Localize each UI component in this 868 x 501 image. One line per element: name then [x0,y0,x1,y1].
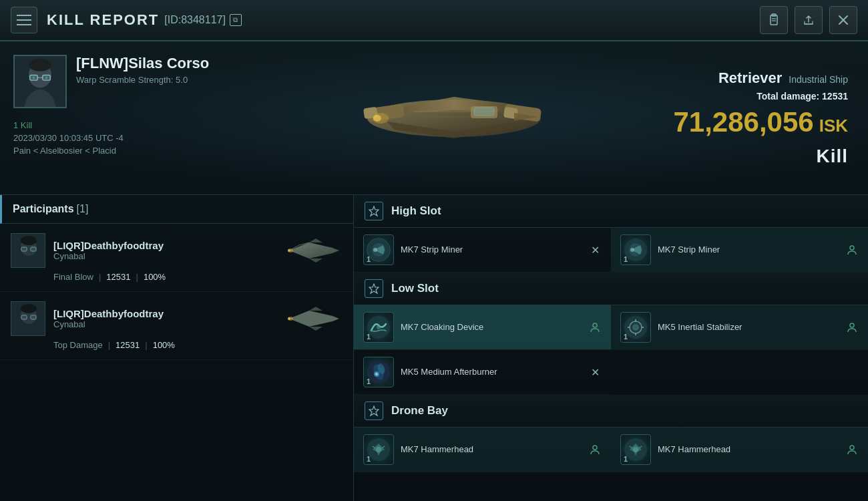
pilot-kills: 1 Kill [13,120,240,130]
svg-point-62 [375,373,378,375]
svg-rect-35 [21,315,27,319]
fitted-person-icon-cloak [588,321,602,334]
bottom-area: Participants [1] [LIQR]Deathbyfood [0,195,868,501]
svg-rect-28 [21,247,27,251]
module-icon: 1 [363,234,394,265]
low-slot-modules: 1 MK7 Cloaking Device [354,305,868,395]
clipboard-button[interactable] [760,6,788,34]
copy-id-button[interactable]: ⧉ [230,14,242,26]
fitted-person-icon [845,243,859,257]
fitted-icon-drone2 [845,443,859,456]
drone-bay-section: Drone Bay 1 [354,395,868,472]
participants-panel: Participants [1] [LIQR]Deathbyfood [0,195,354,501]
module-icon-2: 1 [620,234,651,265]
participant-pct-2: 100% [153,340,175,350]
module-item-stab: 1 MK5 Inertial Stabilizer [611,305,868,350]
fitted-person-icon-stab [845,321,859,334]
module-item-cloak: 1 MK7 Cloaking Device [354,305,611,350]
module-remove-icon-ab[interactable]: ✕ [588,365,602,379]
participants-header: Participants [1] [0,195,353,224]
module-name-2: MK7 Strip Miner [658,244,839,256]
pilot-section: [FLNW]Silas Corso Warp Scramble Strength… [0,41,254,194]
svg-point-20 [373,115,381,122]
module-qty-drone1: 1 [367,455,371,463]
ship-image [341,58,568,178]
participant-stats-2: Top Damage | 12531 | 100% [11,340,343,350]
svg-rect-0 [771,15,777,25]
svg-rect-24 [474,108,494,116]
ship-type: Industrial Ship [789,74,848,85]
participant-ship-1: Cynabal [53,251,274,261]
module-name-drone1: MK7 Hammerhead [401,444,582,456]
participant-pct-1: 100% [144,272,166,282]
participant-damage-2: 12531 [116,340,140,350]
module-icon-drone1: 1 [363,434,394,465]
svg-point-72 [850,446,854,450]
participant-avatar [11,233,45,268]
high-slot-label: High Slot [391,204,441,218]
ship-area [254,41,654,194]
participant-ship-image-1 [282,233,343,268]
module-name-ab: MK5 Medium Afterburner [401,367,582,378]
svg-point-13 [45,76,48,79]
svg-point-38 [288,317,290,320]
module-item-drone1: 1 MK7 Hammerhead [354,428,611,472]
svg-point-64 [376,447,381,452]
total-damage-label: Total damage: [756,91,819,102]
svg-point-8 [29,59,51,71]
module-name-stab: MK5 Inertial Stabilizer [658,322,839,333]
participant-name-2: [LIQR]Deathbyfoodtray [53,308,274,319]
stats-section: Retriever Industrial Ship Total damage: … [654,41,868,194]
participant-ship-2: Cynabal [53,319,274,329]
svg-rect-29 [31,247,36,251]
header: KILL REPORT [ID:8348117] ⧉ [0,0,868,41]
ship-name: Retriever [718,69,782,87]
svg-point-69 [633,447,638,452]
drone-bay-icon [365,401,383,420]
module-icon-cloak: 1 [363,312,394,343]
participant-card-2: [LIQR]Deathbyfoodtray Cynabal Top Damage… [0,292,353,360]
module-item: 1 MK7 Strip Miner ✕ [354,228,611,273]
module-name-drone2: MK7 Hammerhead [658,444,839,456]
participant-badge-1: Final Blow [53,272,93,282]
high-slot-icon [365,202,383,220]
module-qty-drone2: 1 [624,455,628,463]
kill-id: [ID:8348117] [164,14,226,26]
low-slot-header: Low Slot [354,273,868,305]
drone-bay-header: Drone Bay [354,395,868,428]
export-button[interactable] [795,6,823,34]
svg-point-46 [850,246,854,250]
module-icon-stab: 1 [620,312,651,343]
close-button[interactable] [829,6,857,34]
module-qty-cloak: 1 [367,333,371,341]
drone-bay-modules: 1 MK7 Hammerhead [354,428,868,472]
total-damage-line: Total damage: 12531 [756,91,848,102]
page-title: KILL REPORT [47,11,159,29]
module-name-cloak: MK7 Cloaking Device [401,322,582,333]
module-icon-ab: 1 [363,357,394,387]
total-damage-value: 12531 [822,91,848,102]
module-qty-stab: 1 [624,333,628,341]
low-slot-section: Low Slot 1 MK7 Cloaking [354,273,868,395]
participants-title: Participants [13,203,74,215]
svg-point-49 [593,323,597,327]
svg-rect-36 [31,315,36,319]
module-remove-icon[interactable]: ✕ [588,243,602,257]
svg-point-42 [373,248,377,252]
svg-point-52 [632,324,639,331]
svg-point-31 [288,249,290,252]
menu-button[interactable] [11,7,37,33]
high-slot-modules: 1 MK7 Strip Miner ✕ 1 [354,228,868,273]
participant-avatar-2 [11,301,45,336]
svg-point-48 [377,325,381,329]
module-name: MK7 Strip Miner [401,244,582,256]
pilot-name: [FLNW]Silas Corso [76,55,209,72]
low-slot-icon [365,279,383,298]
svg-point-12 [33,76,35,79]
module-item-drone2: 1 MK7 Hammerhead [611,428,868,472]
svg-point-45 [630,248,634,252]
pilot-date: 2023/03/30 10:03:45 UTC -4 [13,133,240,143]
participant-name-1: [LIQR]Deathbyfoodtray [53,240,274,251]
module-qty: 1 [367,255,371,263]
participant-card: [LIQR]Deathbyfoodtray Cynabal [0,224,353,292]
